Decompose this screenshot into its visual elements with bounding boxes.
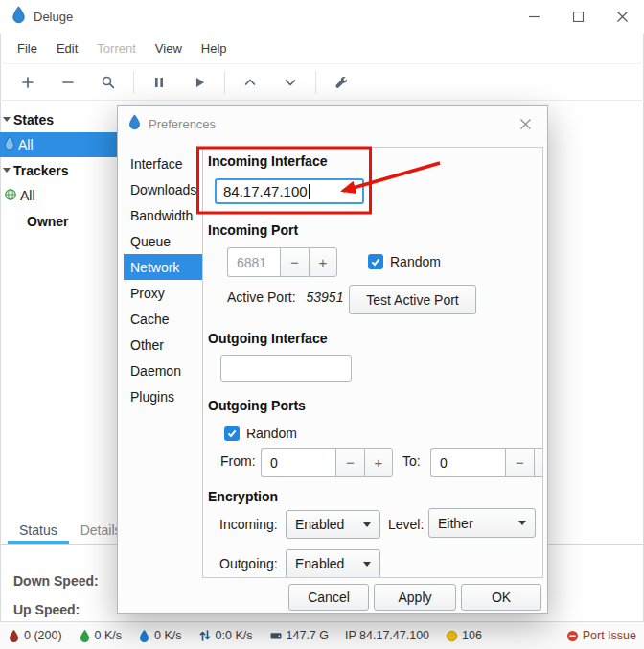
decrement-button[interactable]: − <box>505 448 534 477</box>
category-proxy[interactable]: Proxy <box>124 280 212 306</box>
upload-speed-icon <box>138 629 150 643</box>
decrement-button[interactable]: − <box>335 448 364 477</box>
menu-torrent[interactable]: Torrent <box>87 35 145 61</box>
text-caret <box>309 184 310 199</box>
increment-button[interactable]: + <box>309 247 337 277</box>
statusbar-connections[interactable]: 0 (200) <box>8 629 62 643</box>
category-cache[interactable]: Cache <box>124 306 212 332</box>
statusbar-dht-nodes[interactable]: 106 <box>446 629 482 642</box>
category-network[interactable]: Network <box>124 254 212 280</box>
dialog-close-button[interactable] <box>514 112 537 135</box>
sidebar-section-owner[interactable]: Owner <box>0 208 117 234</box>
from-label: From: <box>220 453 256 469</box>
close-button[interactable] <box>600 0 644 34</box>
up-speed-label: Up Speed: <box>13 602 80 617</box>
tab-status[interactable]: Status <box>8 519 69 544</box>
free-disk-icon <box>269 629 283 642</box>
filter-button[interactable] <box>88 68 128 97</box>
deluge-logo-icon <box>12 6 26 28</box>
remove-icon <box>60 75 76 90</box>
category-downloads[interactable]: Downloads <box>124 176 212 202</box>
active-port-value: 53951 <box>306 290 343 305</box>
add-torrent-button[interactable] <box>8 68 48 97</box>
filter-sidebar: States All Trackers All Owner <box>0 101 117 234</box>
network-settings-panel: Incoming Interface 84.17.47.100 Incoming… <box>202 147 543 578</box>
deluge-drop-icon <box>128 114 141 134</box>
test-active-port-button[interactable]: Test Active Port <box>349 285 476 314</box>
outgoing-interface-input[interactable] <box>220 355 352 382</box>
category-bandwidth[interactable]: Bandwidth <box>124 202 212 228</box>
minimize-icon <box>529 12 540 22</box>
encryption-header: Encryption <box>208 489 278 504</box>
swarm-rate-icon <box>198 629 212 642</box>
outgoing-to-input[interactable]: 0 <box>430 448 505 477</box>
minimize-button[interactable] <box>512 0 556 34</box>
sidebar-section-trackers[interactable]: Trackers <box>0 157 117 183</box>
sidebar-section-states[interactable]: States <box>0 106 117 132</box>
sidebar-item-trackers-all[interactable]: All <box>0 183 117 208</box>
incoming-port-random-checkbox[interactable] <box>368 254 383 269</box>
outgoing-from-input[interactable]: 0 <box>261 448 335 477</box>
resume-button[interactable] <box>179 68 219 97</box>
download-speed-icon <box>79 629 91 643</box>
queue-up-button[interactable] <box>230 68 270 97</box>
deluge-drop-icon <box>4 136 15 153</box>
menu-edit[interactable]: Edit <box>47 35 87 61</box>
down-speed-label: Down Speed: <box>13 573 99 589</box>
globe-icon <box>4 188 17 204</box>
chevron-up-icon <box>242 75 258 90</box>
statusbar-upload-speed[interactable]: 0 K/s <box>138 629 182 643</box>
dialog-titlebar: Preferences <box>118 106 547 141</box>
incoming-port-spinner: 6881 − + <box>227 247 337 277</box>
category-daemon[interactable]: Daemon <box>124 358 212 383</box>
preferences-button[interactable] <box>321 68 361 97</box>
check-icon <box>226 428 238 439</box>
deluge-window: Deluge File Edit Torrent View Help <box>0 0 644 649</box>
increment-button[interactable]: + <box>534 448 543 477</box>
dialog-title: Preferences <box>149 117 216 131</box>
active-port: Active Port: 53951 <box>227 290 343 305</box>
queue-down-button[interactable] <box>270 68 310 97</box>
encryption-level-label: Level: <box>388 517 424 532</box>
search-icon <box>101 75 116 90</box>
encryption-level-dropdown[interactable]: Either <box>428 508 536 538</box>
remove-torrent-button[interactable] <box>48 68 88 97</box>
encryption-incoming-dropdown[interactable]: Enabled <box>286 510 380 539</box>
statusbar-free-disk[interactable]: 147.7 G <box>269 629 329 642</box>
pause-button[interactable] <box>139 68 179 97</box>
menu-view[interactable]: View <box>146 35 192 61</box>
sidebar-item-states-all[interactable]: All <box>0 132 117 157</box>
random-label: Random <box>390 254 441 269</box>
port-issue-icon <box>566 630 579 642</box>
decrement-button[interactable]: − <box>280 247 309 277</box>
statusbar-port-issue[interactable]: Port Issue <box>566 629 636 642</box>
apply-button[interactable]: Apply <box>374 584 456 611</box>
incoming-port-input[interactable]: 6881 <box>227 247 280 277</box>
toolbar <box>0 64 644 101</box>
category-plugins[interactable]: Plugins <box>124 383 212 409</box>
expander-icon <box>3 168 11 176</box>
menu-file[interactable]: File <box>8 35 47 61</box>
category-queue[interactable]: Queue <box>124 228 212 254</box>
outgoing-ports-random-checkbox[interactable] <box>224 426 240 441</box>
preferences-category-list: Interface Downloads Bandwidth Queue Netw… <box>124 151 212 409</box>
outgoing-to-spinner: 0 − + <box>430 448 543 477</box>
incoming-port-header: Incoming Port <box>208 222 298 238</box>
increment-button[interactable]: + <box>364 448 393 477</box>
incoming-interface-input[interactable]: 84.17.47.100 <box>215 178 364 204</box>
check-icon <box>370 256 381 267</box>
statusbar-swarm-rate[interactable]: 0:0 K/s <box>198 629 253 642</box>
pause-icon <box>151 75 167 90</box>
category-other[interactable]: Other <box>124 332 212 358</box>
maximize-button[interactable] <box>556 0 600 34</box>
close-icon <box>520 119 531 129</box>
menubar: File Edit Torrent View Help <box>0 34 644 64</box>
menu-help[interactable]: Help <box>192 35 237 61</box>
ok-button[interactable]: OK <box>461 584 541 611</box>
statusbar-download-speed[interactable]: 0 K/s <box>79 629 123 643</box>
preferences-dialog: Preferences Interface Downloads Bandwidt… <box>117 105 548 614</box>
category-interface[interactable]: Interface <box>124 151 212 176</box>
cancel-button[interactable]: Cancel <box>288 584 369 611</box>
toolbar-separator <box>315 71 316 94</box>
encryption-outgoing-dropdown[interactable]: Enabled <box>286 549 380 578</box>
